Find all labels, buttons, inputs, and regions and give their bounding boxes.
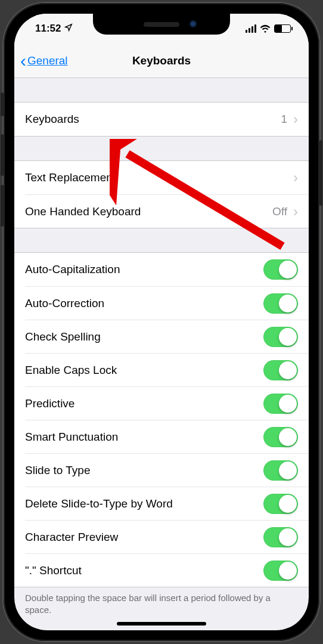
toggle-knob xyxy=(279,261,297,278)
toggle-switch[interactable] xyxy=(263,561,298,581)
toggle-knob xyxy=(279,295,297,312)
row-toggle: Check Spelling xyxy=(25,320,309,353)
row-one-handed-keyboard[interactable]: One Handed Keyboard Off › xyxy=(25,194,309,228)
row-value: 1 xyxy=(281,113,287,126)
toggle-switch[interactable] xyxy=(263,293,298,314)
toggle-switch[interactable] xyxy=(263,327,298,347)
row-label: Slide to Type xyxy=(25,464,91,477)
screen: 11:52 ‹ General Keyboards xyxy=(14,14,309,630)
toggle-knob xyxy=(279,428,297,446)
row-toggle: Slide to Type xyxy=(25,453,309,487)
cellular-icon xyxy=(246,24,256,33)
toggle-switch[interactable] xyxy=(263,427,298,447)
toggle-knob xyxy=(279,395,297,413)
chevron-right-icon: › xyxy=(293,169,298,186)
front-camera xyxy=(189,20,197,28)
volume-up-button xyxy=(1,134,4,176)
row-toggle: Predictive xyxy=(25,386,309,420)
row-toggle: Auto-Capitalization xyxy=(14,253,309,286)
toggle-switch[interactable] xyxy=(263,494,298,514)
volume-down-button xyxy=(1,185,4,227)
row-label: One Handed Keyboard xyxy=(25,205,141,218)
toggle-switch[interactable] xyxy=(263,527,298,547)
toggle-knob xyxy=(279,562,297,580)
row-keyboards[interactable]: Keyboards 1 › xyxy=(14,103,309,136)
row-label: Character Preview xyxy=(25,531,118,544)
toggle-knob xyxy=(279,528,297,546)
speaker-grille xyxy=(144,22,179,27)
home-indicator[interactable] xyxy=(117,622,206,626)
row-label: Auto-Capitalization xyxy=(25,263,120,276)
chevron-right-icon: › xyxy=(293,111,298,128)
mute-switch xyxy=(1,92,4,116)
toggle-switch[interactable] xyxy=(263,460,298,481)
row-label: Check Spelling xyxy=(25,330,101,343)
row-toggle: Character Preview xyxy=(25,520,309,553)
toggle-switch[interactable] xyxy=(263,360,298,380)
footer-text: Double tapping the space bar will insert… xyxy=(14,587,309,617)
row-toggle: Smart Punctuation xyxy=(25,420,309,453)
navigation-bar: ‹ General Keyboards xyxy=(14,44,309,78)
row-label: Predictive xyxy=(25,397,74,410)
toggle-switch[interactable] xyxy=(263,394,298,414)
toggle-knob xyxy=(279,462,297,479)
toggle-knob xyxy=(279,328,297,346)
location-icon xyxy=(64,23,73,35)
toggle-switch[interactable] xyxy=(263,259,298,280)
chevron-left-icon: ‹ xyxy=(20,52,26,70)
back-button[interactable]: ‹ General xyxy=(20,52,68,70)
phone-frame: 11:52 ‹ General Keyboards xyxy=(4,3,319,641)
row-value: Off xyxy=(272,205,287,218)
row-toggle: "." Shortcut xyxy=(25,553,309,587)
toggle-knob xyxy=(279,361,297,379)
row-label: Auto-Correction xyxy=(25,297,104,310)
row-toggle: Enable Caps Lock xyxy=(25,353,309,386)
page-title: Keyboards xyxy=(132,54,191,67)
row-label: Delete Slide-to-Type by Word xyxy=(25,497,173,510)
row-toggle: Delete Slide-to-Type by Word xyxy=(25,487,309,520)
wifi-icon xyxy=(260,24,271,33)
row-label: Enable Caps Lock xyxy=(25,364,117,377)
row-label: Text Replacement xyxy=(25,171,116,184)
row-text-replacement[interactable]: Text Replacement › xyxy=(14,161,309,194)
group-keyboards: Keyboards 1 › xyxy=(14,102,309,137)
chevron-right-icon: › xyxy=(293,203,298,220)
battery-icon xyxy=(274,24,291,33)
content[interactable]: Keyboards 1 › Text Replacement › One Han… xyxy=(14,78,309,630)
row-toggle: Auto-Correction xyxy=(25,286,309,320)
row-label: "." Shortcut xyxy=(25,564,82,577)
back-button-label: General xyxy=(27,54,68,67)
notch xyxy=(93,14,230,35)
toggle-knob xyxy=(279,495,297,513)
status-time: 11:52 xyxy=(35,23,61,35)
row-label: Keyboards xyxy=(25,113,79,126)
row-label: Smart Punctuation xyxy=(25,431,118,444)
power-button xyxy=(319,140,322,206)
group-typing-toggles: Auto-CapitalizationAuto-CorrectionCheck … xyxy=(14,252,309,587)
group-text-options: Text Replacement › One Handed Keyboard O… xyxy=(14,160,309,228)
